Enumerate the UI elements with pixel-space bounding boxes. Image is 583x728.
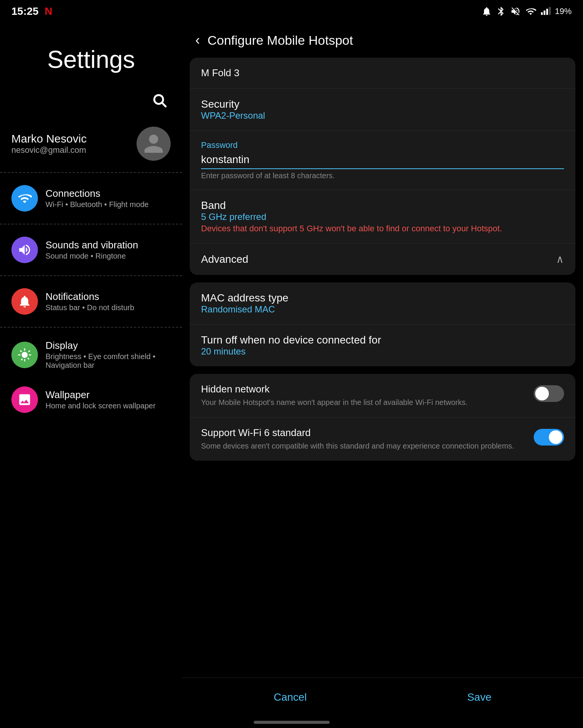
advanced-row[interactable]: Advanced ∧ — [190, 243, 575, 275]
svg-rect-3 — [549, 7, 551, 15]
status-bar: 15:25 N 19% — [0, 0, 583, 23]
profile-section[interactable]: Marko Nesovic nesovic@gmail.com — [0, 119, 182, 168]
wallpaper-subtitle: Home and lock screen wallpaper — [46, 402, 156, 410]
divider-1 — [0, 172, 182, 173]
sidebar-item-connections[interactable]: Connections Wi-Fi • Bluetooth • Flight m… — [0, 177, 182, 220]
svg-rect-1 — [544, 11, 545, 15]
sidebar-item-wallpaper[interactable]: Wallpaper Home and lock screen wallpaper — [0, 378, 182, 421]
notifications-icon-bg — [11, 288, 38, 315]
security-value: WPA2-Personal — [201, 110, 564, 121]
sidebar-item-sounds[interactable]: Sounds and vibration Sound mode • Ringto… — [0, 228, 182, 271]
sounds-text: Sounds and vibration Sound mode • Ringto… — [46, 239, 138, 260]
avatar-icon — [142, 132, 165, 155]
bell-icon — [17, 294, 32, 309]
connections-icon-bg — [11, 185, 38, 212]
security-label: Security — [201, 98, 564, 110]
password-hint: Enter password of at least 8 characters. — [201, 171, 564, 180]
display-icon-bg — [11, 342, 38, 368]
right-title: Configure Mobile Hotspot — [207, 33, 353, 48]
mac-address-row[interactable]: MAC address type Randomised MAC — [190, 282, 575, 325]
band-label: Band — [201, 199, 564, 212]
wifi6-subtitle: Some devices aren't compatible with this… — [201, 441, 526, 451]
home-indicator — [0, 717, 583, 728]
profile-name: Marko Nesovic — [11, 132, 86, 145]
cancel-button[interactable]: Cancel — [259, 687, 322, 707]
wifi6-title: Support Wi-Fi 6 standard — [201, 427, 526, 439]
network-name-row[interactable]: M Fold 3 — [190, 58, 575, 89]
status-icons: 19% — [481, 6, 572, 17]
sidebar-item-display[interactable]: Display Brightness • Eye comfort shield … — [0, 331, 182, 378]
sidebar-item-notifications[interactable]: Notifications Status bar • Do not distur… — [0, 280, 182, 323]
search-button[interactable] — [148, 89, 171, 111]
hidden-network-info: Hidden network Your Mobile Hotspot's nam… — [201, 383, 526, 408]
image-icon — [17, 392, 32, 407]
notifications-subtitle: Status bar • Do not disturb — [46, 303, 134, 312]
password-label: Password — [201, 140, 564, 150]
home-bar[interactable] — [254, 721, 330, 724]
security-row[interactable]: Security WPA2-Personal — [190, 89, 575, 131]
profile-info: Marko Nesovic nesovic@gmail.com — [11, 132, 86, 155]
search-icon — [152, 93, 167, 108]
volume-icon — [17, 243, 32, 257]
wifi-icon — [17, 191, 32, 206]
notifications-text: Notifications Status bar • Do not distur… — [46, 291, 134, 312]
sun-icon — [17, 348, 32, 362]
back-button[interactable]: ‹ — [193, 30, 202, 50]
connections-subtitle: Wi-Fi • Bluetooth • Flight mode — [46, 200, 149, 209]
bluetooth-icon — [496, 6, 506, 17]
profile-email: nesovic@gmail.com — [11, 145, 86, 155]
band-row[interactable]: Band 5 GHz preferred Devices that don't … — [190, 190, 575, 243]
wifi6-info: Support Wi-Fi 6 standard Some devices ar… — [201, 427, 526, 451]
settings-title: Settings — [0, 23, 182, 89]
mac-address-label: MAC address type — [201, 292, 564, 304]
bottom-buttons: Cancel Save — [182, 678, 583, 717]
search-container[interactable] — [0, 89, 182, 119]
right-panel: ‹ Configure Mobile Hotspot M Fold 3 Secu… — [182, 23, 583, 717]
hidden-network-toggle[interactable] — [534, 385, 564, 402]
turn-off-value: 20 minutes — [201, 346, 564, 357]
connections-text: Connections Wi-Fi • Bluetooth • Flight m… — [46, 188, 149, 209]
password-input[interactable] — [201, 152, 564, 168]
hidden-network-subtitle: Your Mobile Hotspot's name won't appear … — [201, 397, 526, 408]
network-name: M Fold 3 — [201, 67, 239, 78]
left-panel: Settings Marko Nesovic nesovic@gmail.com — [0, 23, 182, 717]
chevron-up-icon: ∧ — [556, 253, 564, 265]
divider-2 — [0, 224, 182, 224]
input-underline — [201, 168, 564, 169]
wallpaper-icon-bg — [11, 386, 38, 413]
save-button[interactable]: Save — [452, 687, 507, 707]
turn-off-row[interactable]: Turn off when no device connected for 20… — [190, 325, 575, 366]
svg-rect-2 — [546, 9, 548, 15]
advanced-label: Advanced — [201, 253, 248, 265]
band-warning: Devices that don't support 5 GHz won't b… — [201, 224, 564, 234]
sounds-icon-bg — [11, 237, 38, 263]
password-row[interactable]: Password Enter password of at least 8 ch… — [190, 131, 575, 190]
wifi-status-icon — [525, 6, 537, 17]
display-title: Display — [46, 340, 171, 351]
hidden-network-title: Hidden network — [201, 383, 526, 395]
right-header: ‹ Configure Mobile Hotspot — [182, 23, 583, 54]
sounds-subtitle: Sound mode • Ringtone — [46, 252, 138, 260]
alarm-icon — [481, 6, 492, 17]
wallpaper-title: Wallpaper — [46, 389, 156, 401]
mac-address-value: Randomised MAC — [201, 304, 564, 315]
wallpaper-text: Wallpaper Home and lock screen wallpaper — [46, 389, 156, 410]
notifications-title: Notifications — [46, 291, 134, 303]
netflix-icon: N — [45, 5, 52, 17]
mac-card: MAC address type Randomised MAC Turn off… — [190, 282, 575, 366]
wifi6-row[interactable]: Support Wi-Fi 6 standard Some devices ar… — [190, 417, 575, 461]
display-subtitle: Brightness • Eye comfort shield • Naviga… — [46, 352, 171, 370]
status-time: 15:25 — [11, 5, 39, 17]
signal-icon — [541, 6, 551, 17]
wifi6-toggle[interactable] — [534, 429, 564, 446]
svg-rect-0 — [541, 12, 543, 15]
band-value: 5 GHz preferred — [201, 212, 564, 222]
turn-off-label: Turn off when no device connected for — [201, 334, 564, 346]
hotspot-config-card: M Fold 3 Security WPA2-Personal Password… — [190, 58, 575, 275]
hidden-network-row[interactable]: Hidden network Your Mobile Hotspot's nam… — [190, 374, 575, 417]
avatar[interactable] — [137, 127, 171, 161]
mute-icon — [510, 6, 521, 17]
sounds-title: Sounds and vibration — [46, 239, 138, 251]
battery-indicator: 19% — [555, 6, 572, 16]
toggle-thumb — [535, 387, 549, 400]
